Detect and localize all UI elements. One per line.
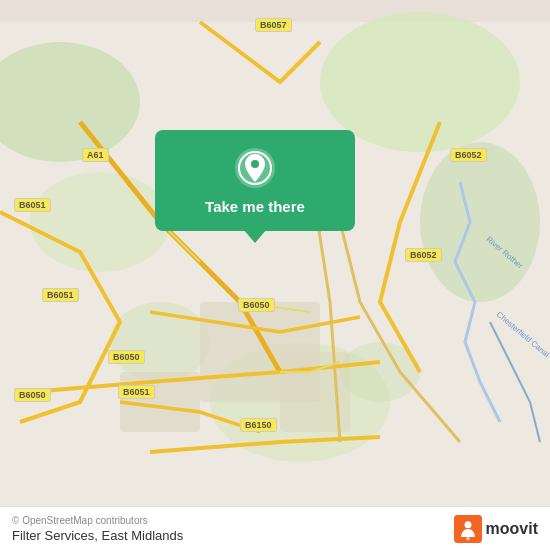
road-label-b6052-mid: B6052 [405,248,442,262]
map-background [0,0,550,550]
svg-point-16 [466,536,470,540]
road-label-b6051-top: B6051 [14,198,51,212]
road-label-b6050-mid: B6050 [238,298,275,312]
road-label-b6051-mid: B6051 [42,288,79,302]
map-container: B6057 A61 B6051 B6052 B6052 B6050 B6051 … [0,0,550,550]
take-me-there-card[interactable]: Take me there [155,130,355,231]
moovit-icon [454,515,482,543]
road-label-b6050-far: B6050 [14,388,51,402]
svg-point-4 [30,172,170,272]
take-me-there-label: Take me there [205,198,305,215]
road-label-b6150: B6150 [240,418,277,432]
copyright-text: © OpenStreetMap contributors [12,515,183,526]
road-label-b6057: B6057 [255,18,292,32]
road-label-b6050-bot: B6050 [108,350,145,364]
location-pin-icon [233,146,277,190]
bottom-left-info: © OpenStreetMap contributors Filter Serv… [12,515,183,543]
location-text: Filter Services, East Midlands [12,528,183,543]
svg-point-15 [464,521,471,528]
bottom-bar: © OpenStreetMap contributors Filter Serv… [0,506,550,550]
road-label-b6051-bot: B6051 [118,385,155,399]
road-label-a61: A61 [82,148,109,162]
svg-point-13 [251,160,259,168]
moovit-text: moovit [486,520,538,538]
road-label-b6052-top: B6052 [450,148,487,162]
moovit-logo: moovit [454,515,538,543]
svg-point-3 [420,142,540,302]
